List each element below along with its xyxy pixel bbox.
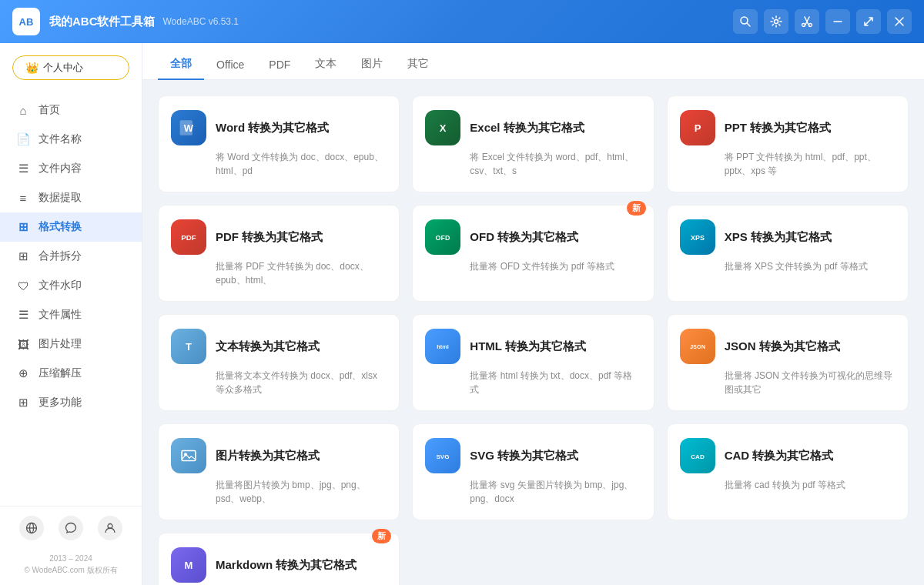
card-json[interactable]: JSON JSON 转换为其它格式 批量将 JSON 文件转换为可视化的思维导图… (667, 314, 909, 411)
card-icon-excel: X (425, 110, 460, 145)
profile-section: 👑 个人中心 (0, 55, 142, 92)
tab-pdf[interactable]: PDF (256, 58, 303, 80)
tab-text[interactable]: 文本 (303, 57, 349, 80)
card-svg[interactable]: SVG SVG 转换为其它格式 批量将 svg 矢量图片转换为 bmp、jpg、… (412, 423, 654, 520)
search-button[interactable] (733, 9, 758, 34)
svg-point-4 (809, 24, 812, 27)
svg-text:PDF: PDF (181, 233, 196, 242)
crown-icon: 👑 (25, 62, 38, 74)
profile-button[interactable]: 👑 个人中心 (12, 55, 129, 80)
chat-icon-button[interactable] (59, 516, 83, 540)
tab-other[interactable]: 其它 (395, 57, 441, 80)
nav-label-imageprocess: 图片处理 (38, 337, 82, 351)
sidebar-item-formatconvert[interactable]: ⊞ 格式转换 (0, 212, 142, 242)
card-title-markdown: Markdown 转换为其它格式 (216, 558, 357, 573)
browser-icon-button[interactable] (19, 516, 44, 540)
nav-label-filename: 文件名称 (38, 132, 82, 146)
card-word[interactable]: W Word 转换为其它格式 将 Word 文件转换为 doc、docx、epu… (158, 95, 400, 192)
maximize-button[interactable] (856, 9, 881, 34)
card-ppt[interactable]: P PPT 转换为其它格式 将 PPT 文件转换为 html、pdf、ppt、p… (667, 95, 909, 192)
settings-button[interactable] (764, 9, 788, 34)
card-title-svg: SVG 转换为其它格式 (470, 449, 578, 463)
card-excel[interactable]: X Excel 转换为其它格式 将 Excel 文件转换为 word、pdf、h… (412, 95, 654, 192)
card-ofd[interactable]: 新 OFD OFD 转换为其它格式 批量将 OFD 文件转换为 pdf 等格式 (412, 205, 654, 302)
card-icon-xps: XPS (680, 219, 715, 255)
svg-text:CAD: CAD (691, 453, 705, 460)
card-title-xps: XPS 转换为其它格式 (725, 230, 832, 245)
minimize-button[interactable] (825, 9, 850, 34)
user-icon-button[interactable] (98, 516, 122, 540)
card-xps[interactable]: XPS XPS 转换为其它格式 批量将 XPS 文件转换为 pdf 等格式 (667, 205, 909, 302)
svg-text:XPS: XPS (691, 234, 705, 242)
card-icon-json: JSON (680, 329, 715, 364)
card-title-pdf: PDF 转换为其它格式 (216, 230, 323, 245)
card-desc-pdf: 批量将 PDF 文件转换为 doc、docx、epub、html、 (171, 259, 387, 287)
tab-image[interactable]: 图片 (349, 57, 395, 80)
card-textconv[interactable]: T 文本转换为其它格式 批量将文本文件转换为 docx、pdf、xlsx 等众多… (158, 314, 400, 411)
sidebar-item-imageprocess[interactable]: 🖼 图片处理 (0, 329, 142, 359)
nav-icon-fileattr: ☰ (15, 308, 31, 322)
card-header: T 文本转换为其它格式 (171, 329, 387, 364)
card-desc-xps: 批量将 XPS 文件转换为 pdf 等格式 (680, 259, 896, 273)
card-desc-ppt: 将 PPT 文件转换为 html、pdf、ppt、pptx、xps 等 (680, 150, 896, 178)
sidebar-item-compress[interactable]: ⊕ 压缩解压 (0, 359, 142, 388)
cards-container: W Word 转换为其它格式 将 Word 文件转换为 doc、docx、epu… (142, 80, 924, 585)
nav-icon-home: ⌂ (15, 104, 31, 117)
card-pdf[interactable]: PDF PDF 转换为其它格式 批量将 PDF 文件转换为 doc、docx、e… (158, 205, 400, 302)
nav-label-home: 首页 (38, 103, 60, 117)
sidebar-item-home[interactable]: ⌂ 首页 (0, 95, 142, 125)
app-logo: AB (12, 8, 40, 35)
nav-icon-merge: ⊞ (15, 249, 31, 263)
svg-text:W: W (184, 122, 194, 134)
sidebar-item-filename[interactable]: 📄 文件名称 (0, 125, 142, 154)
content-area: 全部OfficePDF文本图片其它 W Word 转换为其它格式 将 Word … (142, 43, 924, 585)
close-button[interactable] (887, 9, 912, 34)
svg-text:SVG: SVG (437, 453, 450, 460)
card-header: W Word 转换为其它格式 (171, 110, 387, 145)
sidebar: 👑 个人中心 ⌂ 首页 📄 文件名称 ☰ 文件内容 ≡ 数据提取 ⊞ 格式转换 … (0, 43, 142, 585)
svg-rect-22 (182, 451, 196, 461)
sidebar-item-watermark[interactable]: 🛡 文件水印 (0, 271, 142, 300)
badge-new: 新 (627, 201, 646, 216)
badge-new: 新 (372, 529, 391, 543)
sidebar-item-dataextract[interactable]: ≡ 数据提取 (0, 183, 142, 212)
card-desc-json: 批量将 JSON 文件转换为可视化的思维导图或其它 (680, 369, 896, 396)
card-desc-cad: 批量将 cad 转换为 pdf 等格式 (680, 478, 896, 492)
card-html[interactable]: html HTML 转换为其它格式 批量将 html 转换为 txt、docx、… (412, 314, 654, 411)
sidebar-item-fileattr[interactable]: ☰ 文件属性 (0, 300, 142, 329)
card-header: SVG SVG 转换为其它格式 (425, 438, 641, 473)
sidebar-item-filecontent[interactable]: ☰ 文件内容 (0, 154, 142, 183)
copyright-text: © WodeABC.com 版权所有 (12, 564, 129, 576)
svg-point-2 (775, 20, 778, 24)
sidebar-item-merge[interactable]: ⊞ 合并拆分 (0, 242, 142, 271)
card-header: X Excel 转换为其它格式 (425, 110, 641, 145)
card-title-excel: Excel 转换为其它格式 (470, 121, 584, 135)
card-markdown[interactable]: 新 M Markdown 转换为其它格式 批量将 Markdown 转换为 do… (158, 533, 400, 585)
card-title-cad: CAD 转换为其它格式 (725, 449, 834, 463)
card-title-ppt: PPT 转换为其它格式 (725, 121, 831, 135)
svg-line-1 (747, 23, 750, 26)
nav-icon-watermark: 🛡 (15, 279, 31, 292)
nav-label-formatconvert: 格式转换 (38, 220, 82, 234)
sidebar-nav: ⌂ 首页 📄 文件名称 ☰ 文件内容 ≡ 数据提取 ⊞ 格式转换 ⊞ 合并拆分 … (0, 92, 142, 506)
card-header: JSON JSON 转换为其它格式 (680, 329, 896, 364)
nav-icon-formatconvert: ⊞ (15, 220, 31, 234)
copyright-section: 2013 – 2024 © WodeABC.com 版权所有 (0, 550, 142, 585)
nav-label-fileattr: 文件属性 (38, 308, 82, 322)
nav-label-merge: 合并拆分 (38, 249, 82, 263)
app-version: WodeABC v6.53.1 (163, 16, 239, 27)
copyright-year: 2013 – 2024 (12, 553, 129, 564)
card-image[interactable]: 图片转换为其它格式 批量将图片转换为 bmp、jpg、png、psd、webp、 (158, 423, 400, 520)
svg-text:OFD: OFD (436, 234, 450, 242)
card-icon-image (171, 438, 206, 473)
svg-text:P: P (694, 122, 701, 134)
card-header: html HTML 转换为其它格式 (425, 329, 641, 364)
card-header: CAD CAD 转换为其它格式 (680, 438, 896, 473)
card-cad[interactable]: CAD CAD 转换为其它格式 批量将 cad 转换为 pdf 等格式 (667, 423, 909, 520)
tab-office[interactable]: Office (204, 58, 256, 80)
sidebar-item-morefuncs[interactable]: ⊞ 更多功能 (0, 388, 142, 417)
tab-all[interactable]: 全部 (158, 57, 204, 80)
nav-label-dataextract: 数据提取 (38, 191, 82, 205)
app-body: 👑 个人中心 ⌂ 首页 📄 文件名称 ☰ 文件内容 ≡ 数据提取 ⊞ 格式转换 … (0, 43, 924, 585)
cut-button[interactable] (795, 9, 819, 34)
